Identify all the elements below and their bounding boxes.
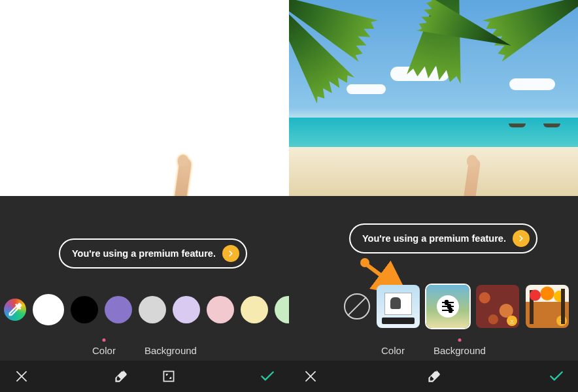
color-swatch-row bbox=[0, 290, 289, 329]
tab-color[interactable]: Color bbox=[92, 340, 116, 356]
premium-banner[interactable]: You're using a premium feature. bbox=[349, 223, 537, 253]
background-thumb-row bbox=[289, 284, 578, 329]
bg-none-button[interactable] bbox=[344, 293, 370, 319]
tabs-row: Color Background bbox=[289, 340, 578, 356]
swatch-lightgray[interactable] bbox=[139, 296, 166, 323]
bg-thumb-custom-photo[interactable] bbox=[377, 285, 420, 328]
tabs-row: Color Background bbox=[0, 340, 289, 356]
confirm-button[interactable] bbox=[548, 368, 565, 385]
eraser-button[interactable] bbox=[112, 368, 129, 385]
download-icon bbox=[556, 316, 567, 326]
eraser-button[interactable] bbox=[425, 368, 442, 385]
swatch-pink[interactable] bbox=[207, 296, 234, 323]
crop-button[interactable] bbox=[160, 368, 177, 385]
premium-banner-text: You're using a premium feature. bbox=[362, 233, 506, 244]
tab-background[interactable]: Background bbox=[434, 340, 486, 356]
cancel-button[interactable] bbox=[302, 368, 319, 385]
swatch-black[interactable] bbox=[71, 296, 98, 323]
bottom-bar bbox=[0, 361, 289, 392]
premium-go-icon bbox=[513, 230, 530, 247]
eyedropper-button[interactable] bbox=[4, 299, 26, 321]
sliders-icon bbox=[437, 295, 459, 318]
swatch-cream[interactable] bbox=[241, 296, 268, 323]
premium-go-icon bbox=[222, 245, 239, 262]
bg-thumb-autumn-trees[interactable] bbox=[526, 285, 569, 328]
premium-banner[interactable]: You're using a premium feature. bbox=[59, 238, 247, 269]
svg-point-4 bbox=[360, 258, 369, 267]
swatch-purple[interactable] bbox=[105, 296, 132, 323]
preview-with-beach-bg bbox=[289, 0, 578, 196]
swatch-white[interactable] bbox=[33, 294, 64, 325]
confirm-button[interactable] bbox=[259, 368, 276, 385]
bg-thumb-adjust[interactable] bbox=[426, 285, 469, 328]
download-icon bbox=[507, 316, 517, 326]
tab-background[interactable]: Background bbox=[144, 340, 197, 356]
tab-color[interactable]: Color bbox=[381, 340, 405, 356]
cancel-button[interactable] bbox=[13, 368, 30, 385]
bottom-bar bbox=[289, 361, 578, 392]
panel-background-editor: You're using a premium feature. bbox=[289, 0, 578, 392]
panel-color-editor: You're using a premium feature. Color bbox=[0, 0, 289, 392]
bg-thumb-pattern-floral[interactable] bbox=[476, 285, 519, 328]
preview-cutout-on-white bbox=[0, 0, 289, 196]
swatch-lilac[interactable] bbox=[173, 296, 200, 323]
premium-banner-text: You're using a premium feature. bbox=[72, 248, 216, 259]
svg-rect-2 bbox=[163, 371, 173, 381]
